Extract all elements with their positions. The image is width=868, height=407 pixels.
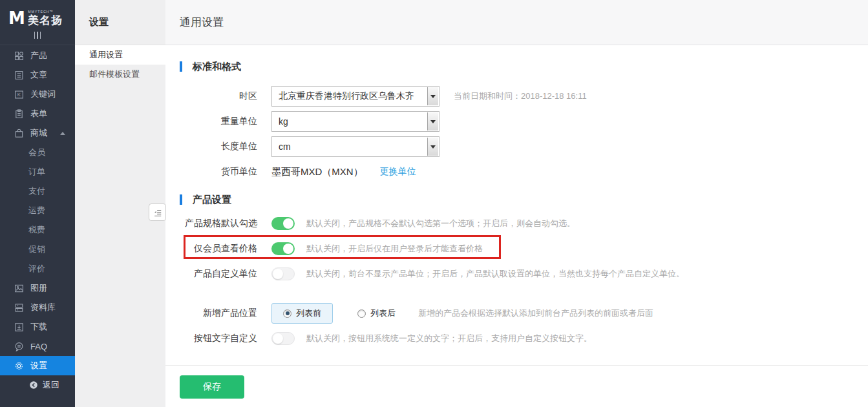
library-icon: [14, 303, 24, 313]
timezone-select[interactable]: 北京重庆香港特别行政区乌鲁木齐: [271, 86, 439, 107]
button-text-toggle[interactable]: [271, 332, 295, 345]
radio-option-label: 列表前: [296, 308, 321, 319]
sidebar-item-keywords[interactable]: K 关键词: [0, 85, 75, 104]
sidebar-item-downloads[interactable]: 下载: [0, 317, 75, 337]
form-icon: [14, 109, 24, 119]
radio-option-list-front[interactable]: 列表前: [271, 303, 333, 324]
sidebar-item-back[interactable]: 返回: [0, 375, 75, 395]
shopping-bag-icon: [14, 129, 24, 138]
member-price-row: 仅会员查看价格 默认关闭，开启后仅在用户登录后才能查看价格: [180, 236, 868, 261]
page-header: 通用设置: [165, 0, 868, 45]
sidebar-item-label: 设置: [30, 360, 47, 371]
sidebar-item-label: FAQ: [30, 342, 47, 351]
sidebar-item-label: 文章: [30, 69, 47, 81]
spec-default-row: 产品规格默认勾选 默认关闭，产品规格不会默认勾选第一个选项；开启后，则会自动勾选…: [180, 211, 868, 236]
chevron-down-icon[interactable]: [427, 112, 438, 130]
sidebar-item-reviews[interactable]: 评价: [0, 259, 75, 278]
sidebar-item-label: 表单: [30, 108, 47, 120]
section-standards: 标准和格式 时区 北京重庆香港特别行政区乌鲁木齐 当前日期和时间：2018-12…: [165, 59, 868, 184]
outdent-icon: [153, 208, 162, 217]
toggle-knob: [273, 333, 283, 344]
custom-unit-label: 产品自定义单位: [180, 268, 257, 280]
brand-logo: M MMYTECH™ 美名扬: [0, 0, 75, 30]
back-arrow-icon: [29, 381, 38, 390]
section-title: 产品设置: [193, 194, 231, 206]
member-price-toggle[interactable]: [271, 242, 295, 255]
spec-default-note: 默认关闭，产品规格不会默认勾选第一个选项；开启后，则会自动勾选。: [306, 218, 575, 229]
timezone-row: 时区 北京重庆香港特别行政区乌鲁木齐 当前日期和时间：2018-12-18 16…: [180, 84, 868, 109]
length-unit-value: cm: [279, 141, 291, 152]
sidebar-item-mall[interactable]: 商城: [0, 123, 75, 143]
sidebar-item-faq[interactable]: FAQ: [0, 337, 75, 356]
sidebar-collapse-icon[interactable]: [0, 30, 75, 45]
sidebar-item-label: 支付: [28, 185, 45, 197]
section-title: 标准和格式: [193, 61, 241, 73]
sidebar-item-label: 产品: [30, 50, 47, 61]
new-position-row: 新增产品位置 列表前 列表后 新增的产品会根据选择默认添加到前台产品列表: [180, 301, 868, 326]
timezone-label: 时区: [180, 90, 257, 102]
length-unit-label: 长度单位: [180, 141, 257, 152]
section-accent-bar: [180, 61, 182, 72]
button-text-label: 按钮文字自定义: [180, 333, 257, 344]
sidebar-item-label: 订单: [28, 166, 45, 178]
weight-unit-value: kg: [279, 116, 288, 127]
settings-nav-label: 通用设置: [89, 49, 123, 61]
toggle-knob: [283, 244, 293, 254]
radio-option-list-back[interactable]: 列表后: [357, 308, 396, 319]
change-currency-link[interactable]: 更换单位: [380, 166, 416, 178]
sidebar-item-settings[interactable]: 设置: [0, 356, 75, 375]
sidebar-item-label: 促销: [28, 244, 45, 255]
custom-unit-note: 默认关闭，前台不显示产品单位；开启后，产品默认取设置的单位，当然也支持每个产品自…: [306, 268, 684, 280]
radio-unselected-icon: [357, 309, 366, 318]
currency-unit-row: 货币单位 墨西哥MXD（MXN） 更换单位: [180, 160, 868, 184]
sidebar-item-articles[interactable]: 文章: [0, 65, 75, 85]
keyword-icon: K: [14, 90, 24, 99]
custom-unit-toggle[interactable]: [271, 267, 295, 280]
panel-collapse-button[interactable]: [149, 204, 166, 221]
page-title: 通用设置: [180, 15, 224, 30]
section-accent-bar: [180, 194, 182, 205]
new-position-note: 新增的产品会根据选择默认添加到前台产品列表的前面或者后面: [418, 308, 653, 319]
section-product-settings: 产品设置 产品规格默认勾选 默认关闭，产品规格不会默认勾选第一个选项；开启后，则…: [165, 193, 868, 351]
weight-unit-select[interactable]: kg: [271, 111, 439, 132]
settings-nav-general[interactable]: 通用设置: [75, 45, 165, 65]
radio-selected-icon: [283, 309, 291, 318]
sidebar-nav: 产品 文章 K 关键词 表单 商城 会员 订单 支付 运费 税: [0, 45, 75, 395]
sidebar-item-promotion[interactable]: 促销: [0, 240, 75, 259]
sidebar-item-forms[interactable]: 表单: [0, 104, 75, 123]
main-content: 通用设置 标准和格式 时区 北京重庆香港特别行政区乌鲁木齐: [165, 0, 868, 407]
member-price-label: 仅会员查看价格: [180, 243, 257, 255]
sidebar-item-library[interactable]: 资料库: [0, 298, 75, 317]
settings-nav-email-template[interactable]: 邮件模板设置: [75, 65, 165, 84]
sidebar-item-products[interactable]: 产品: [0, 46, 75, 65]
sidebar-item-tax[interactable]: 税费: [0, 220, 75, 240]
weight-unit-row: 重量单位 kg: [180, 109, 868, 134]
footer-divider: [165, 365, 868, 366]
chevron-down-icon[interactable]: [427, 138, 438, 156]
settings-nav-label: 邮件模板设置: [89, 68, 140, 80]
app-window: M MMYTECH™ 美名扬 产品 文章 K 关键词 表单: [0, 0, 868, 407]
sidebar-item-members[interactable]: 会员: [0, 143, 75, 162]
sidebar-item-label: 下载: [30, 321, 47, 333]
sidebar-item-payment[interactable]: 支付: [0, 182, 75, 201]
sidebar-item-shipping[interactable]: 运费: [0, 201, 75, 220]
sidebar-item-label: 商城: [30, 127, 47, 139]
spec-default-toggle[interactable]: [271, 217, 295, 230]
member-price-note: 默认关闭，开启后仅在用户登录后才能查看价格: [306, 243, 483, 255]
save-button[interactable]: 保存: [180, 375, 244, 399]
toggle-knob: [283, 218, 293, 229]
grid-icon: [14, 51, 24, 61]
sidebar-item-label: 税费: [28, 224, 45, 236]
brand-name: 美名扬: [28, 15, 63, 26]
length-unit-select[interactable]: cm: [271, 136, 439, 157]
picture-icon: [14, 284, 24, 293]
length-unit-row: 长度单位 cm: [180, 134, 868, 159]
sidebar-item-orders[interactable]: 订单: [0, 162, 75, 182]
currency-unit-label: 货币单位: [180, 166, 257, 178]
speech-bubble-icon: [14, 342, 24, 351]
sidebar-item-label: 会员: [28, 147, 45, 158]
sidebar-item-label: 资料库: [30, 302, 56, 313]
button-text-row: 按钮文字自定义 默认关闭，按钮用系统统一定义的文字；开启后，支持用户自定义按钮文…: [180, 326, 868, 351]
chevron-down-icon[interactable]: [427, 87, 438, 105]
sidebar-item-albums[interactable]: 图册: [0, 278, 75, 298]
